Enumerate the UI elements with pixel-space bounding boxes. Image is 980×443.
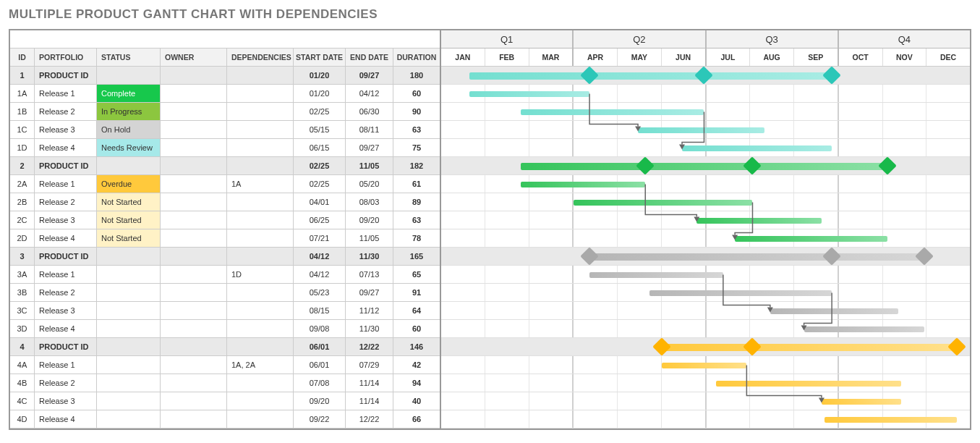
cell-end[interactable]: 04/12 [346, 85, 393, 103]
cell-dep[interactable]: 1A, 2A [227, 356, 294, 374]
cell-owner[interactable] [161, 157, 227, 175]
gantt-bar[interactable] [638, 127, 764, 133]
gantt-bar[interactable] [662, 363, 747, 368]
cell-end[interactable]: 11/14 [346, 374, 393, 392]
gantt-bar[interactable] [521, 182, 646, 187]
cell-end[interactable]: 09/20 [346, 211, 393, 229]
cell-dep[interactable] [227, 85, 294, 103]
cell-status[interactable]: Overdue [97, 175, 161, 193]
cell-owner[interactable] [161, 266, 227, 284]
cell-dep[interactable]: 1A [227, 175, 294, 193]
cell-dep[interactable] [227, 320, 294, 338]
cell-end[interactable]: 07/29 [346, 356, 393, 374]
cell-status[interactable]: Needs Review [97, 139, 161, 157]
cell-status[interactable] [97, 157, 161, 175]
cell-status[interactable]: Complete [97, 85, 161, 103]
cell-start[interactable]: 06/15 [294, 139, 346, 157]
cell-status[interactable]: Not Started [97, 229, 161, 248]
gantt-bar[interactable] [825, 417, 957, 423]
cell-end[interactable]: 07/13 [346, 266, 393, 284]
cell-owner[interactable] [161, 85, 227, 103]
cell-dep[interactable] [227, 139, 294, 157]
cell-owner[interactable] [161, 374, 227, 392]
cell-start[interactable]: 01/20 [294, 85, 346, 103]
cell-owner[interactable] [161, 338, 227, 356]
cell-end[interactable]: 11/30 [346, 320, 393, 338]
cell-status[interactable]: Not Started [97, 211, 161, 229]
gantt-bar[interactable] [574, 200, 753, 206]
gantt-bar[interactable] [735, 236, 887, 242]
gantt-bar[interactable] [804, 326, 925, 332]
cell-start[interactable]: 06/25 [294, 211, 346, 229]
cell-start[interactable]: 05/15 [294, 121, 346, 139]
cell-dep[interactable] [227, 302, 294, 320]
gantt-bar[interactable] [589, 253, 924, 261]
cell-owner[interactable] [161, 139, 227, 157]
cell-status[interactable] [97, 248, 161, 266]
gantt-bar[interactable] [822, 399, 901, 405]
cell-status[interactable] [97, 67, 161, 85]
cell-start[interactable]: 02/25 [294, 175, 346, 193]
cell-end[interactable]: 12/22 [346, 410, 393, 429]
cell-start[interactable]: 07/08 [294, 374, 346, 392]
cell-end[interactable]: 11/30 [346, 248, 393, 266]
cell-dep[interactable] [227, 374, 294, 392]
cell-end[interactable]: 11/05 [346, 157, 393, 175]
gantt-bar[interactable] [696, 218, 822, 224]
cell-start[interactable]: 08/15 [294, 302, 346, 320]
cell-end[interactable]: 09/27 [346, 67, 393, 85]
cell-dep[interactable] [227, 284, 294, 302]
cell-status[interactable]: In Progress [97, 103, 161, 121]
cell-owner[interactable] [161, 103, 227, 121]
cell-start[interactable]: 06/01 [294, 338, 346, 356]
cell-end[interactable]: 11/12 [346, 302, 393, 320]
cell-end[interactable]: 11/14 [346, 392, 393, 410]
cell-owner[interactable] [161, 193, 227, 211]
cell-status[interactable]: On Hold [97, 121, 161, 139]
cell-dep[interactable] [227, 248, 294, 266]
cell-dep[interactable] [227, 67, 294, 85]
cell-dep[interactable] [227, 103, 294, 121]
cell-owner[interactable] [161, 175, 227, 193]
cell-status[interactable] [97, 356, 161, 374]
gantt-bar[interactable] [770, 308, 898, 314]
cell-owner[interactable] [161, 320, 227, 338]
cell-start[interactable]: 04/01 [294, 193, 346, 211]
gantt-bar[interactable] [716, 381, 901, 387]
cell-dep[interactable] [227, 410, 294, 429]
cell-status[interactable] [97, 338, 161, 356]
gantt-bar[interactable] [649, 290, 832, 296]
cell-start[interactable]: 09/22 [294, 410, 346, 429]
cell-status[interactable] [97, 266, 161, 284]
cell-dep[interactable] [227, 229, 294, 248]
gantt-bar[interactable] [469, 91, 590, 97]
cell-end[interactable]: 09/27 [346, 139, 393, 157]
cell-end[interactable]: 08/03 [346, 193, 393, 211]
gantt-bar[interactable] [521, 109, 704, 115]
cell-end[interactable]: 12/22 [346, 338, 393, 356]
gantt-bar[interactable] [662, 344, 957, 351]
gantt-bar[interactable] [469, 72, 832, 80]
cell-status[interactable] [97, 302, 161, 320]
cell-dep[interactable] [227, 211, 294, 229]
cell-owner[interactable] [161, 211, 227, 229]
cell-owner[interactable] [161, 248, 227, 266]
gantt-bar[interactable] [589, 272, 723, 278]
cell-owner[interactable] [161, 410, 227, 429]
cell-start[interactable]: 02/25 [294, 157, 346, 175]
cell-end[interactable]: 06/30 [346, 103, 393, 121]
cell-end[interactable]: 05/20 [346, 175, 393, 193]
cell-owner[interactable] [161, 392, 227, 410]
cell-owner[interactable] [161, 229, 227, 248]
cell-end[interactable]: 09/27 [346, 284, 393, 302]
cell-start[interactable]: 04/12 [294, 248, 346, 266]
cell-status[interactable] [97, 320, 161, 338]
cell-owner[interactable] [161, 121, 227, 139]
gantt-bar[interactable] [521, 163, 888, 170]
cell-status[interactable] [97, 284, 161, 302]
cell-status[interactable] [97, 410, 161, 429]
cell-owner[interactable] [161, 302, 227, 320]
cell-start[interactable]: 05/23 [294, 284, 346, 302]
cell-start[interactable]: 09/08 [294, 320, 346, 338]
cell-start[interactable]: 04/12 [294, 266, 346, 284]
